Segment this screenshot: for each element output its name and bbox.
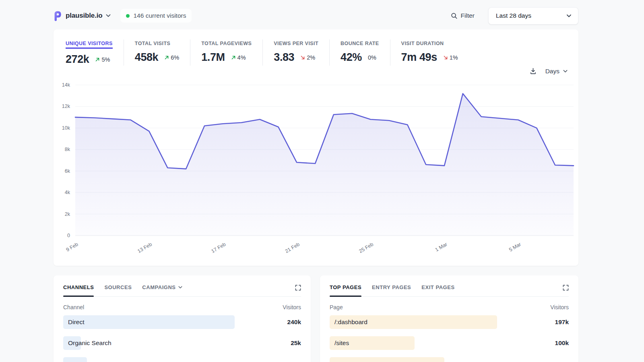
filter-label: Filter — [461, 12, 475, 19]
metric-bounce-rate[interactable]: BOUNCE RATE42%0% — [341, 39, 390, 66]
metric-change-value: 2% — [307, 54, 315, 61]
channel-visitors: 25k — [291, 339, 301, 347]
pages-tabs: TOP PAGESENTRY PAGESEXIT PAGES — [330, 284, 569, 297]
column-header-left: Page — [330, 304, 343, 310]
chevron-down-icon — [178, 286, 182, 289]
metric-label: VISIT DURATION — [401, 41, 444, 46]
x-axis-tick: 1 Mar — [434, 241, 448, 252]
channel-row[interactable]: Direct240k — [63, 315, 301, 329]
visitors-chart[interactable]: 02k4k6k8k10k12k14k9 Feb13 Feb17 Feb21 Fe… — [54, 79, 578, 265]
channel-row[interactable] — [63, 357, 301, 362]
metric-value-row: 3.832% — [274, 51, 318, 64]
metric-views-per-visit[interactable]: VIEWS PER VISIT3.832% — [274, 39, 330, 66]
column-header-right: Visitors — [283, 304, 301, 310]
tab-label: ENTRY PAGES — [372, 284, 411, 290]
plausible-logo-icon — [54, 10, 62, 21]
x-axis-tick: 21 Feb — [284, 241, 301, 254]
metrics-row: UNIQUE VISITORS272k5%TOTAL VISITS458k6%T… — [66, 39, 480, 66]
y-axis-tick: 10k — [62, 125, 70, 131]
x-axis-tick: 25 Feb — [358, 241, 374, 254]
top-bar: plausible.io 146 current visitors Filter… — [54, 6, 578, 25]
metric-visit-duration[interactable]: VISIT DURATION7m 49s1% — [401, 39, 469, 66]
channels-rows: Direct240kOrganic Search25k — [63, 315, 301, 362]
filter-button[interactable]: Filter — [451, 12, 475, 19]
current-visitors-badge[interactable]: 146 current visitors — [120, 9, 192, 23]
metric-change: 6% — [164, 54, 179, 61]
channel-row[interactable]: Organic Search25k — [63, 336, 301, 350]
interval-label: Days — [545, 68, 559, 75]
channels-tabs: CHANNELSSOURCESCAMPAIGNS — [63, 284, 301, 297]
chart-controls: Days — [529, 67, 568, 75]
y-axis-tick: 0 — [67, 233, 70, 238]
download-icon[interactable] — [529, 67, 537, 75]
metric-total-visits[interactable]: TOTAL VISITS458k6% — [135, 39, 190, 66]
current-visitors-label: 146 current visitors — [133, 12, 186, 19]
interval-dropdown[interactable]: Days — [545, 68, 568, 75]
y-axis-tick: 6k — [65, 168, 70, 174]
page-name: /:dashboard — [330, 319, 367, 326]
metric-change-value: 0% — [368, 54, 376, 61]
value-bar — [63, 357, 87, 362]
metric-value: 7m 49s — [401, 51, 437, 64]
expand-icon[interactable] — [563, 285, 569, 291]
metric-value: 458k — [135, 51, 158, 64]
column-header-right: Visitors — [550, 304, 569, 310]
metric-label: VIEWS PER VISIT — [274, 41, 318, 46]
metric-change-value: 5% — [101, 56, 110, 63]
page-row[interactable]: /sites100k — [330, 336, 569, 350]
metric-label: TOTAL PAGEVIEWS — [201, 41, 252, 46]
date-range-value: Last 28 days — [496, 12, 531, 19]
x-axis-tick: 13 Feb — [136, 241, 153, 254]
metric-change-value: 1% — [450, 54, 458, 61]
metric-value: 3.83 — [274, 51, 294, 64]
y-axis-tick: 4k — [65, 190, 70, 195]
metric-total-pageviews[interactable]: TOTAL PAGEVIEWS1.7M4% — [201, 39, 263, 66]
metric-value: 42% — [341, 51, 362, 64]
column-header-left: Channel — [63, 304, 84, 310]
arrow-up-right-icon — [231, 55, 236, 60]
expand-icon[interactable] — [295, 285, 301, 291]
metric-value-row: 42%0% — [341, 51, 379, 64]
metric-label: TOTAL VISITS — [135, 41, 171, 46]
x-axis-tick: 9 Feb — [65, 241, 79, 252]
metric-change: 2% — [300, 54, 315, 61]
y-axis-tick: 12k — [62, 103, 70, 109]
metric-change: 1% — [443, 54, 458, 61]
table-header: Channel Visitors — [63, 304, 301, 310]
metric-label: UNIQUE VISITORS — [66, 41, 113, 49]
tab-label: CAMPAIGNS — [142, 284, 175, 290]
tab-top-pages[interactable]: TOP PAGES — [330, 284, 361, 290]
value-bar — [63, 315, 235, 329]
pages-rows: /:dashboard197k/sites100k — [330, 315, 569, 362]
y-axis-tick: 2k — [65, 211, 70, 217]
page-row[interactable]: /:dashboard197k — [330, 315, 569, 329]
date-range-select[interactable]: Last 28 days — [488, 7, 578, 25]
page-visitors: 197k — [555, 319, 569, 326]
metric-value-row: 7m 49s1% — [401, 51, 458, 64]
tab-campaigns[interactable]: CAMPAIGNS — [142, 284, 182, 290]
metric-value-row: 458k6% — [135, 51, 179, 64]
chevron-down-icon — [566, 14, 572, 18]
chevron-down-icon — [106, 14, 111, 17]
tab-entry-pages[interactable]: ENTRY PAGES — [372, 284, 411, 290]
live-dot-icon — [126, 14, 130, 18]
tab-channels[interactable]: CHANNELS — [63, 284, 94, 290]
arrow-down-right-icon — [300, 55, 305, 60]
pages-panel: TOP PAGESENTRY PAGESEXIT PAGES Page Visi… — [320, 275, 578, 362]
arrow-down-right-icon — [443, 55, 448, 60]
page-row[interactable] — [330, 357, 569, 362]
page-visitors: 100k — [555, 339, 569, 347]
x-axis-tick: 17 Feb — [211, 241, 227, 254]
metric-value-row: 272k5% — [66, 53, 113, 66]
value-bar — [330, 357, 444, 362]
tab-exit-pages[interactable]: EXIT PAGES — [421, 284, 454, 290]
site-switcher[interactable]: plausible.io — [54, 10, 111, 21]
metric-change: 4% — [231, 54, 246, 61]
arrow-up-right-icon — [164, 55, 169, 60]
arrow-up-right-icon — [95, 57, 100, 62]
tab-label: EXIT PAGES — [421, 284, 454, 290]
site-name: plausible.io — [66, 12, 102, 20]
metric-unique-visitors[interactable]: UNIQUE VISITORS272k5% — [66, 39, 124, 66]
tab-sources[interactable]: SOURCES — [104, 284, 132, 290]
channel-visitors: 240k — [287, 319, 301, 326]
